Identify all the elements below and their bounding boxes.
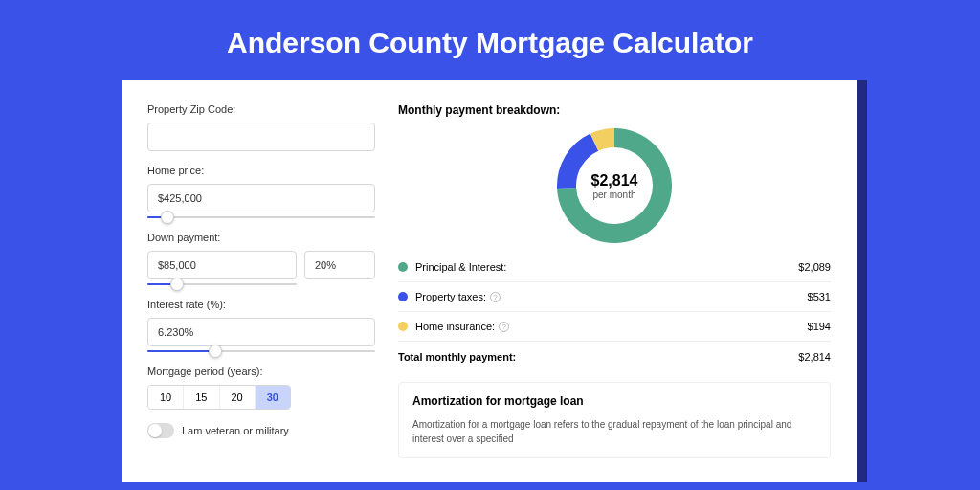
breakdown-heading: Monthly payment breakdown: xyxy=(398,103,831,117)
form-panel: Property Zip Code: Home price: $425,000 … xyxy=(122,80,381,482)
legend-label: Property taxes:? xyxy=(415,291,808,302)
amortization-card: Amortization for mortgage loan Amortizat… xyxy=(398,382,831,458)
down-payment-label: Down payment: xyxy=(147,232,381,243)
period-option-30[interactable]: 30 xyxy=(256,386,290,409)
legend-label: Principal & Interest: xyxy=(415,261,798,273)
home-price-slider[interactable] xyxy=(147,216,375,218)
home-price-input[interactable]: $425,000 xyxy=(147,184,375,212)
slider-handle[interactable] xyxy=(209,345,222,358)
veteran-toggle[interactable] xyxy=(147,423,174,438)
legend-row: Property taxes:?$531 xyxy=(398,282,831,312)
breakdown-panel: Monthly payment breakdown: $2,814 per mo… xyxy=(381,80,858,482)
legend-row: Home insurance:?$194 xyxy=(398,312,831,342)
interest-slider[interactable] xyxy=(147,350,375,352)
down-payment-input[interactable]: $85,000 xyxy=(147,251,297,279)
info-icon[interactable]: ? xyxy=(490,292,501,302)
interest-group: Interest rate (%): 6.230% xyxy=(147,299,381,352)
slider-handle[interactable] xyxy=(170,278,184,291)
veteran-row: I am veteran or military xyxy=(147,423,381,438)
legend-dot xyxy=(398,322,408,331)
page-title: Anderson County Mortgage Calculator xyxy=(0,0,980,80)
total-value: $2,814 xyxy=(798,351,831,363)
legend-dot xyxy=(398,292,408,301)
legend-row: Principal & Interest:$2,089 xyxy=(398,253,831,282)
down-payment-group: Down payment: $85,000 20% xyxy=(147,232,381,285)
down-payment-pct-input[interactable]: 20% xyxy=(304,251,375,279)
total-row: Total monthly payment: $2,814 xyxy=(398,342,831,374)
legend-label: Home insurance:? xyxy=(415,321,808,332)
donut-sub: per month xyxy=(592,189,635,200)
calculator-card: Property Zip Code: Home price: $425,000 … xyxy=(122,80,858,482)
interest-input[interactable]: 6.230% xyxy=(147,318,375,346)
home-price-group: Home price: $425,000 xyxy=(147,165,381,218)
interest-label: Interest rate (%): xyxy=(147,299,381,310)
info-icon[interactable]: ? xyxy=(499,322,509,332)
amortization-title: Amortization for mortgage loan xyxy=(412,394,816,408)
donut-amount: $2,814 xyxy=(591,172,638,189)
zip-input[interactable] xyxy=(147,122,375,151)
amortization-body: Amortization for a mortgage loan refers … xyxy=(412,417,816,446)
total-label: Total monthly payment: xyxy=(398,351,798,363)
period-label: Mortgage period (years): xyxy=(147,366,381,377)
slider-handle[interactable] xyxy=(161,211,174,224)
zip-group: Property Zip Code: xyxy=(147,103,381,151)
period-option-15[interactable]: 15 xyxy=(184,386,219,409)
down-payment-slider[interactable] xyxy=(147,283,297,285)
period-selector: 10152030 xyxy=(147,385,291,410)
zip-label: Property Zip Code: xyxy=(147,103,381,115)
donut-center: $2,814 per month xyxy=(580,151,649,220)
legend: Principal & Interest:$2,089Property taxe… xyxy=(398,253,831,342)
donut-chart-wrap: $2,814 per month xyxy=(398,126,831,253)
legend-value: $2,089 xyxy=(798,261,831,273)
period-option-10[interactable]: 10 xyxy=(148,386,184,409)
veteran-label: I am veteran or military xyxy=(182,425,289,436)
legend-value: $531 xyxy=(808,291,831,302)
period-group: Mortgage period (years): 10152030 xyxy=(147,366,381,410)
legend-dot xyxy=(398,262,408,272)
legend-value: $194 xyxy=(808,321,831,332)
toggle-knob xyxy=(148,424,162,437)
period-option-20[interactable]: 20 xyxy=(220,386,256,409)
home-price-label: Home price: xyxy=(147,165,381,176)
donut-chart: $2,814 per month xyxy=(557,128,672,243)
